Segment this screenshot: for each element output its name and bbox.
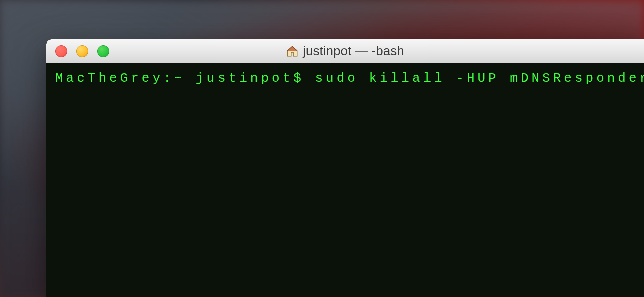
home-icon [286, 45, 299, 58]
close-button[interactable] [55, 45, 67, 57]
window-titlebar[interactable]: justinpot — -bash [46, 39, 644, 63]
traffic-lights [55, 45, 109, 57]
maximize-button[interactable] [97, 45, 109, 57]
window-title: justinpot — -bash [303, 43, 404, 59]
terminal-line: MacTheGrey:~ justinpot$ sudo killall -HU… [55, 70, 635, 87]
minimize-button[interactable] [76, 45, 88, 57]
terminal-body[interactable]: MacTheGrey:~ justinpot$ sudo killall -HU… [46, 63, 644, 94]
window-title-wrap: justinpot — -bash [46, 43, 644, 59]
terminal-prompt: MacTheGrey:~ justinpot$ [55, 71, 315, 86]
terminal-window: justinpot — -bash MacTheGrey:~ justinpot… [46, 39, 644, 297]
terminal-command: sudo killall -HUP mDNSResponder [315, 71, 644, 86]
